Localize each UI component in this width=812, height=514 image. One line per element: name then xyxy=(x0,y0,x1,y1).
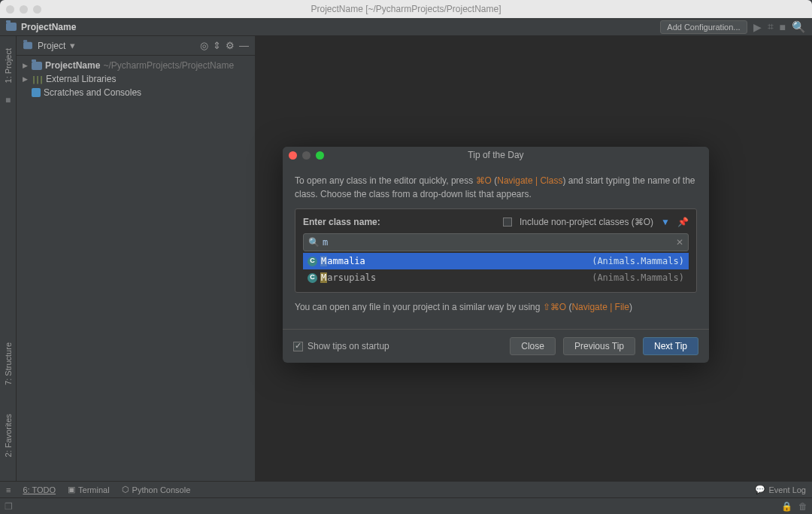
search-input-row[interactable]: 🔍 ✕ xyxy=(303,233,689,251)
bottom-tool-bar: ≡ 6: TODO ▣ Terminal ⬡ Python Console 💬 … xyxy=(0,481,812,497)
gear-icon[interactable]: ⚙ xyxy=(226,40,235,51)
clear-icon[interactable]: ✕ xyxy=(676,236,683,249)
scratch-icon xyxy=(32,88,41,97)
terminal-tab[interactable]: ▣ Terminal xyxy=(68,485,110,494)
include-label: Include non-project classes (⌘O) xyxy=(520,215,653,229)
project-tool-window: Project ▾ ◎ ⇕ ⚙ — ▶ ProjectName ~/Pychar… xyxy=(17,36,256,481)
menu-icon[interactable]: ≡ xyxy=(6,485,11,494)
tab-structure[interactable]: 7: Structure xyxy=(4,339,13,388)
external-label: External Libraries xyxy=(46,74,116,84)
todo-tab[interactable]: 6: TODO xyxy=(23,485,56,494)
project-tab-icon[interactable]: ■ xyxy=(5,95,11,105)
tip-paragraph-2: You can open any file in your project in… xyxy=(295,300,697,314)
locate-icon[interactable]: ◎ xyxy=(200,40,208,51)
status-window-icon[interactable]: ❐ xyxy=(5,501,13,512)
search-input[interactable] xyxy=(323,237,673,248)
search-label: Enter class name: xyxy=(303,215,380,229)
root-name: ProjectName xyxy=(45,60,100,71)
tip-of-the-day-dialog: Tip of the Day To open any class in the … xyxy=(283,147,709,363)
debug-icon[interactable]: ⌗ xyxy=(768,20,774,33)
search-icon: 🔍 xyxy=(308,236,320,249)
filter-icon[interactable]: ▼ xyxy=(661,215,670,229)
dropdown-icon[interactable]: ▾ xyxy=(70,40,75,51)
collapse-icon[interactable]: ⇕ xyxy=(213,40,221,51)
folder-icon xyxy=(23,42,32,49)
result-item[interactable]: C Mammalia (Animals.Mammals) xyxy=(303,253,689,269)
window-titlebar: ProjectName [~/PycharmProjects/ProjectNa… xyxy=(0,0,812,18)
tree-external-libs[interactable]: ▶ ||| External Libraries xyxy=(21,72,250,86)
hide-icon[interactable]: — xyxy=(239,40,249,51)
tab-favorites[interactable]: 2: Favorites xyxy=(4,411,13,460)
breadcrumb-text: ProjectName xyxy=(21,22,76,32)
library-icon: ||| xyxy=(32,75,43,84)
add-configuration-button[interactable]: Add Configuration... xyxy=(660,20,747,34)
dialog-minimize-icon xyxy=(302,151,311,160)
breadcrumb[interactable]: ProjectName xyxy=(6,22,76,32)
folder-icon xyxy=(6,23,17,31)
tab-project[interactable]: 1: Project xyxy=(4,45,13,86)
dialog-footer: Show tips on startup Close Previous Tip … xyxy=(283,329,709,363)
previous-tip-button[interactable]: Previous Tip xyxy=(563,337,635,355)
dialog-title: Tip of the Day xyxy=(283,150,709,160)
project-panel-title[interactable]: Project xyxy=(38,41,65,51)
root-path: ~/PycharmProjects/ProjectName xyxy=(103,60,234,71)
class-search-preview: Enter class name: Include non-project cl… xyxy=(295,208,697,293)
tip-paragraph-1: To open any class in the editor quickly,… xyxy=(295,174,697,201)
window-title: ProjectName [~/PycharmProjects/ProjectNa… xyxy=(0,4,812,14)
close-button[interactable]: Close xyxy=(510,337,556,355)
checkbox-checked-icon xyxy=(293,342,303,351)
status-bar: ❐ 🔒 🗑 xyxy=(0,497,812,514)
left-tool-stripe: 1: Project ■ 7: Structure 2: Favorites ★ xyxy=(0,36,17,497)
dialog-body: To open any class in the editor quickly,… xyxy=(283,163,709,329)
python-console-tab[interactable]: ⬡ Python Console xyxy=(122,485,191,494)
run-icon[interactable]: ▶ xyxy=(753,21,762,33)
lock-icon[interactable]: 🔒 xyxy=(781,501,792,512)
folder-icon xyxy=(32,62,42,70)
project-panel-header: Project ▾ ◎ ⇕ ⚙ — xyxy=(17,36,255,56)
show-tips-checkbox[interactable]: Show tips on startup xyxy=(293,341,389,351)
stop-icon[interactable]: ■ xyxy=(780,21,786,33)
class-icon: C xyxy=(308,273,317,283)
search-everywhere-icon[interactable]: 🔍 xyxy=(792,20,806,34)
tree-scratches[interactable]: Scratches and Consoles xyxy=(21,86,250,99)
include-nonproject-checkbox[interactable] xyxy=(503,217,512,227)
dialog-titlebar[interactable]: Tip of the Day xyxy=(283,147,709,163)
result-list: C Mammalia (Animals.Mammals) C Marsupial… xyxy=(303,253,689,286)
chevron-right-icon[interactable]: ▶ xyxy=(21,62,29,69)
result-item[interactable]: C Marsupials (Animals.Mammals) xyxy=(303,269,689,286)
main-toolbar: ProjectName Add Configuration... ▶ ⌗ ■ 🔍 xyxy=(0,18,812,36)
dialog-close-icon[interactable] xyxy=(289,151,297,160)
project-tree[interactable]: ▶ ProjectName ~/PycharmProjects/ProjectN… xyxy=(17,56,255,102)
class-icon: C xyxy=(308,257,317,266)
dialog-zoom-icon[interactable] xyxy=(316,151,324,160)
next-tip-button[interactable]: Next Tip xyxy=(643,337,698,355)
scratch-label: Scratches and Consoles xyxy=(44,87,141,98)
chevron-right-icon[interactable]: ▶ xyxy=(21,75,29,83)
event-log-tab[interactable]: 💬 Event Log xyxy=(755,485,806,494)
pin-icon[interactable]: 📌 xyxy=(677,215,689,229)
trash-icon[interactable]: 🗑 xyxy=(798,501,807,512)
tree-root[interactable]: ▶ ProjectName ~/PycharmProjects/ProjectN… xyxy=(21,59,250,72)
